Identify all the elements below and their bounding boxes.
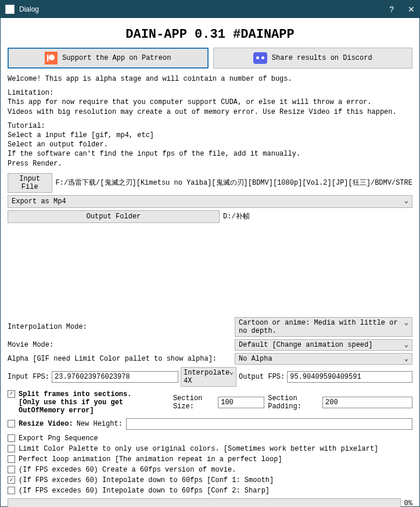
alpha-label: Alpha [GIF need Limit Color pallet to sh… [8,355,231,363]
limit-palette-label: Limit Color Palette to only use original… [19,445,378,453]
split-sections-checkbox[interactable] [8,390,15,398]
output-fps-field[interactable] [287,371,412,383]
patreon-button[interactable]: Support the App on Patreon [8,48,209,69]
help-button[interactable]: ? [389,5,394,14]
discord-label: Share results on Discord [272,54,372,62]
new-height-field[interactable] [126,418,412,430]
app-icon [5,5,15,14]
section-size-field[interactable] [218,397,264,408]
discord-button[interactable]: Share results on Discord [213,48,413,69]
perfect-loop-label: Perfect loop animation [The animation re… [19,455,282,463]
export-png-label: Export Png Sequence [19,434,98,443]
alpha-combo[interactable]: No Alpha [235,353,412,365]
interp-mode-combo[interactable]: Cartoon or anime: Media with little or n… [235,317,412,337]
interp-mode-label: Interpolation Mode: [8,323,231,331]
resize-video-label: Resize Video: [19,420,73,428]
down60-conf2-checkbox[interactable] [8,487,15,494]
down60-conf2-label: (If FPS excedes 60) Intepolate down to 6… [19,487,270,495]
section-padding-label: Section Padding: [268,394,319,411]
input-file-button[interactable]: Input File [8,173,52,193]
dialog-window: Dialog ? ✕ DAIN-APP 0.31 #DAINAPP Suppor… [0,0,420,507]
close-button[interactable]: ✕ [408,5,415,14]
limitation-text: Limitation: This app for now require tha… [8,88,412,117]
app-title: DAIN-APP 0.31 #DAINAPP [8,27,412,42]
svg-point-0 [49,55,55,60]
limit-palette-checkbox[interactable] [8,445,15,452]
down60-conf1-checkbox[interactable] [8,476,15,484]
progress-bar [8,498,401,507]
input-file-path: F:/迅雷下载/[鬼滅之刃][Kimetsu no Yaiba][鬼滅の刃][B… [56,178,413,188]
titlebar: Dialog ? ✕ [1,1,419,18]
down60-conf1-label: (If FPS excedes 60) Intepolate down to 6… [19,476,274,484]
create-60fps-label: (If FPS excedes 60) Create a 60fps versi… [19,466,236,474]
perfect-loop-checkbox[interactable] [8,455,15,463]
tutorial-text: Tutorial: Select a input file [gif, mp4,… [8,121,412,168]
patreon-label: Support the App on Patreon [62,54,171,62]
output-fps-label: Output FPS: [239,373,285,381]
input-fps-field[interactable] [52,371,178,383]
split-sections-label: Split frames into sections.[Only use thi… [19,390,170,415]
discord-icon [253,52,267,64]
section-padding-field[interactable] [322,397,412,408]
create-60fps-checkbox[interactable] [8,466,15,473]
welcome-text: Welcome! This app is alpha stage and wil… [8,74,412,84]
movie-mode-combo[interactable]: Default [Change animation speed] [235,339,412,351]
new-height-label: New Height: [77,420,123,428]
interpolate-factor-combo[interactable]: Interpolate 4X [181,367,236,387]
export-png-checkbox[interactable] [8,434,15,442]
output-folder-button[interactable]: Output Folder [8,210,220,223]
export-format-combo[interactable]: Export as Mp4 [8,195,412,208]
section-size-label: Section Size: [173,394,214,411]
resize-video-checkbox[interactable] [8,420,15,427]
input-fps-label: Input FPS: [8,373,49,381]
movie-mode-label: Movie Mode: [8,341,231,349]
output-folder-path: D:/补帧 [223,211,250,221]
svg-rect-1 [47,55,49,62]
patreon-icon [45,52,58,64]
window-title: Dialog [19,5,39,13]
progress-percent: 0% [404,499,412,507]
